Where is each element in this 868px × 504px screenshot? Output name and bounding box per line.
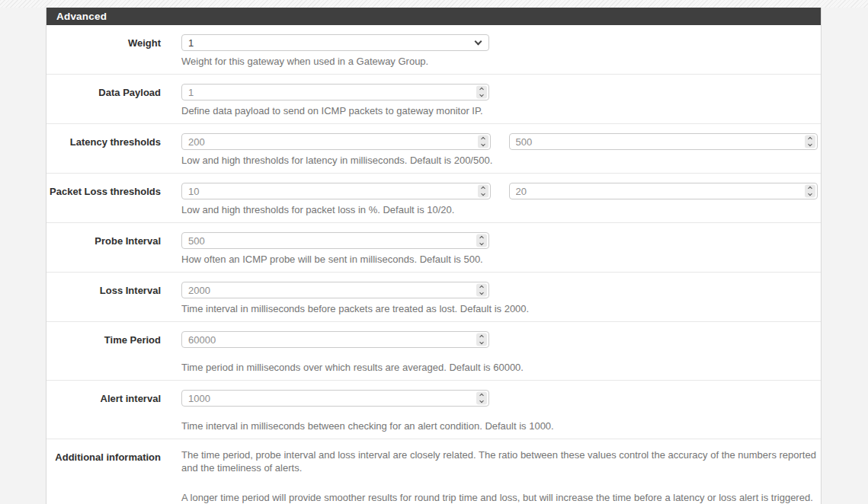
form-row-alert-interval: Alert interval Time interval in millisec…	[46, 381, 821, 439]
data-payload-label: Data Payload	[46, 84, 181, 117]
number-spinner[interactable]	[478, 136, 488, 148]
spinner-down-icon	[479, 93, 484, 97]
advanced-settings-panel: Advanced Weight 1 Weight for this gatewa…	[46, 8, 822, 504]
spinner-down-icon	[808, 192, 812, 196]
latency-high-input[interactable]	[509, 133, 818, 150]
spinner-up-icon	[479, 236, 484, 241]
probe-interval-label: Probe Interval	[46, 232, 181, 266]
latency-thresholds-label: Latency thresholds	[46, 133, 181, 167]
spinner-up-icon	[479, 394, 484, 398]
packet-loss-thresholds-label: Packet Loss thresholds	[46, 183, 181, 216]
data-payload-input[interactable]	[181, 84, 489, 100]
latency-thresholds-help-text: Low and high thresholds for latency in m…	[181, 154, 818, 167]
weight-label: Weight	[46, 34, 181, 68]
spinner-down-icon	[479, 291, 484, 295]
spinner-down-icon	[479, 399, 484, 404]
packet-loss-high-input[interactable]	[509, 183, 818, 199]
number-spinner[interactable]	[476, 86, 487, 99]
packet-loss-thresholds-help-text: Low and high thresholds for packet loss …	[181, 203, 818, 216]
data-payload-help-text: Define data payload to send on ICMP pack…	[181, 104, 818, 117]
time-period-help-text: Time period in milliseconds over which r…	[181, 361, 818, 374]
packet-loss-low-input[interactable]	[181, 183, 491, 199]
weight-help-text: Weight for this gateway when used in a G…	[181, 55, 818, 68]
panel-title: Advanced	[46, 8, 821, 25]
weight-select[interactable]: 1	[181, 34, 489, 51]
number-spinner[interactable]	[476, 234, 487, 247]
form-row-data-payload: Data Payload Define data payload to send…	[46, 75, 821, 124]
spinner-up-icon	[479, 88, 484, 92]
number-spinner[interactable]	[478, 185, 488, 198]
number-spinner[interactable]	[805, 136, 815, 148]
form-row-latency-thresholds: Latency thresholds Lo	[46, 124, 821, 174]
loss-interval-help-text: Time interval in milliseconds before pac…	[181, 302, 818, 315]
weight-select-wrap: 1	[181, 34, 489, 51]
spinner-up-icon	[808, 187, 812, 191]
info-paragraph: The time period, probe interval and loss…	[181, 448, 818, 474]
loss-interval-input[interactable]	[181, 282, 489, 298]
info-paragraph: A longer time period will provide smooth…	[181, 491, 818, 504]
spinner-up-icon	[481, 187, 485, 191]
form-row-time-period: Time Period Time period in milliseconds …	[46, 322, 821, 381]
number-spinner[interactable]	[476, 392, 487, 405]
number-spinner[interactable]	[476, 333, 487, 346]
spinner-down-icon	[479, 340, 484, 345]
probe-interval-input[interactable]	[181, 232, 489, 249]
page-background-hatch	[0, 0, 868, 8]
form-row-weight: Weight 1 Weight for this gateway when us…	[46, 25, 821, 75]
alert-interval-label: Alert interval	[46, 390, 181, 432]
spinner-up-icon	[481, 137, 485, 142]
spinner-down-icon	[481, 142, 485, 147]
latency-low-input[interactable]	[181, 133, 491, 150]
form-row-loss-interval: Loss Interval Time interval in milliseco…	[46, 273, 821, 322]
form-row-packet-loss-thresholds: Packet Loss thresholds	[46, 174, 821, 223]
additional-information-text: The time period, probe interval and loss…	[181, 448, 818, 504]
time-period-label: Time Period	[46, 331, 181, 374]
number-spinner[interactable]	[805, 185, 815, 198]
form-row-additional-information: Additional information The time period, …	[46, 439, 821, 504]
spinner-up-icon	[479, 285, 484, 290]
spinner-down-icon	[808, 142, 812, 147]
spinner-up-icon	[808, 137, 812, 142]
spinner-down-icon	[481, 192, 485, 196]
number-spinner[interactable]	[476, 284, 487, 297]
spinner-up-icon	[479, 335, 484, 340]
additional-information-label: Additional information	[46, 448, 181, 504]
probe-interval-help-text: How often an ICMP probe will be sent in …	[181, 253, 818, 266]
spinner-down-icon	[479, 241, 484, 246]
alert-interval-input[interactable]	[181, 390, 489, 407]
form-row-probe-interval: Probe Interval How often an ICMP probe w…	[46, 223, 821, 273]
loss-interval-label: Loss Interval	[46, 282, 181, 315]
alert-interval-help-text: Time interval in milliseconds between ch…	[181, 419, 818, 432]
time-period-input[interactable]	[181, 331, 489, 348]
